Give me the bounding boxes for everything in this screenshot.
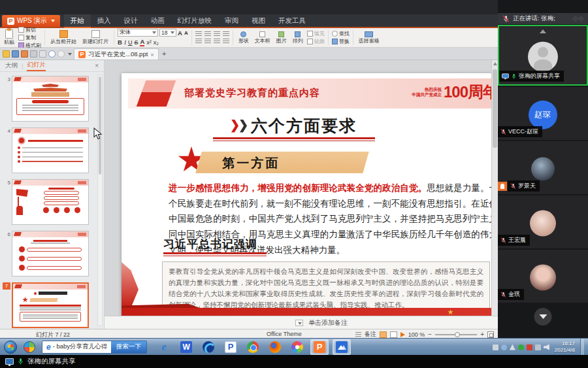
taskbar-search-widget[interactable]: e - baby分享育儿心得 搜索一下 <box>42 341 147 354</box>
cut-button[interactable]: 剪切 <box>18 26 41 33</box>
zoom-out-button[interactable]: − <box>428 332 432 337</box>
thumbnail-slide-6[interactable] <box>12 231 89 276</box>
search-button[interactable]: 搜索一下 <box>111 341 146 353</box>
picture-button[interactable]: 图片 <box>274 29 289 46</box>
chevron-down-icon[interactable] <box>68 53 72 56</box>
slide-sorter-button[interactable] <box>390 331 397 338</box>
textbox-button[interactable]: 文本框 <box>253 29 272 46</box>
arrange-button[interactable]: 排列 <box>291 29 305 46</box>
tab-outline[interactable]: 大纲 <box>5 61 18 70</box>
align-right-icon[interactable] <box>214 39 220 44</box>
zoom-in-button[interactable]: + <box>480 332 484 337</box>
participant-tile[interactable]: 罗景天 <box>498 141 588 194</box>
align-left-icon[interactable] <box>195 39 202 44</box>
taskbar-ie[interactable]: e <box>155 339 173 355</box>
tab-home[interactable]: 开始 <box>64 14 91 28</box>
subscript-button[interactable]: x₂ <box>154 39 159 46</box>
paste-button[interactable]: 粘贴 <box>2 29 16 46</box>
new-slide-button[interactable]: 新建幻灯片 <box>80 29 110 46</box>
thumbnail-scrollbar[interactable] <box>97 75 103 326</box>
participant-tile[interactable]: 赵琛 VECC-赵琛 <box>498 87 588 140</box>
scrollbar-thumb[interactable] <box>99 76 101 175</box>
tray-flag-red-icon[interactable] <box>527 344 532 350</box>
italic-button[interactable]: I <box>124 39 126 46</box>
thumbnail-slide-5[interactable] <box>12 179 89 225</box>
indent-decrease-icon[interactable] <box>214 31 220 37</box>
shrink-font-button[interactable]: A <box>184 30 188 36</box>
bullet-list-icon[interactable] <box>195 31 202 37</box>
tray-icon[interactable] <box>501 344 507 350</box>
start-button[interactable] <box>4 341 17 354</box>
wps-app-button[interactable]: P WPS 演示 <box>2 15 60 27</box>
play-from-current-button[interactable]: 从当前开始 <box>48 29 78 46</box>
tab-insert[interactable]: 插入 <box>91 14 118 27</box>
indent-increase-icon[interactable] <box>223 31 229 37</box>
font-name-select[interactable]: 宋体 <box>118 29 158 37</box>
zoom-slider[interactable] <box>435 334 477 335</box>
font-size-select[interactable]: 18 <box>159 29 176 37</box>
find-button[interactable]: 查找 <box>332 30 350 37</box>
participant-tile-share[interactable]: 张梅的屏幕共享 <box>498 25 588 86</box>
document-tab[interactable]: P 习近平在党史...08.ppt × <box>74 48 159 59</box>
tray-network-icon[interactable] <box>535 344 541 350</box>
new-document-tab-button[interactable]: + <box>162 50 166 58</box>
underline-button[interactable]: U <box>128 39 133 46</box>
taskbar-clock[interactable]: 16:17 2021/4/8 <box>555 341 575 354</box>
tab-devtools[interactable]: 开发工具 <box>272 14 312 27</box>
tab-slideshow[interactable]: 幻灯片放映 <box>171 14 219 27</box>
grow-font-button[interactable]: A <box>178 29 182 37</box>
align-center-icon[interactable] <box>204 39 211 44</box>
undo-icon[interactable] <box>48 50 56 58</box>
tray-up-icon[interactable] <box>510 344 515 350</box>
line-spacing-icon[interactable] <box>223 39 229 44</box>
notes-bar[interactable]: 单击添加备注 <box>105 316 498 329</box>
zoom-slider-knob[interactable] <box>455 332 460 337</box>
slide-canvas[interactable]: 部署党史学习教育的重点内容 热烈庆祝 中国共产党成立 100周年 六个方面要 <box>122 73 498 316</box>
participant-tile[interactable]: 王宏晨 <box>498 195 588 248</box>
outline-button[interactable]: 轮廓 <box>307 38 325 45</box>
export-icon[interactable] <box>21 50 28 58</box>
taskbar-wps-writer[interactable]: W <box>177 339 195 355</box>
slideshow-button[interactable] <box>400 332 405 337</box>
redo-icon[interactable] <box>57 50 65 58</box>
tab-view[interactable]: 视图 <box>245 14 272 27</box>
scroll-participants-down-button[interactable] <box>534 308 552 326</box>
superscript-button[interactable]: x² <box>146 39 152 46</box>
replace-button[interactable]: 替换 <box>332 38 350 45</box>
taskbar-chrome[interactable] <box>244 339 262 355</box>
fill-button[interactable]: 填充 <box>307 30 325 37</box>
selection-pane-button[interactable]: 选择窗格 <box>357 29 382 46</box>
print-preview-icon[interactable] <box>39 50 46 58</box>
editor-scrollbar[interactable] <box>491 60 498 316</box>
show-desktop-button[interactable] <box>580 339 584 356</box>
strikethrough-button[interactable]: S <box>134 39 138 46</box>
scrollbar-thumb[interactable] <box>493 69 497 148</box>
close-tab-button[interactable]: × <box>150 51 154 58</box>
open-icon[interactable] <box>3 50 10 58</box>
font-color-button[interactable]: A <box>140 38 144 46</box>
tray-volume-icon[interactable] <box>544 344 549 350</box>
fit-window-button[interactable] <box>487 331 494 338</box>
shapes-button[interactable]: 形状 <box>237 29 251 46</box>
collapse-notes-button[interactable] <box>295 320 303 326</box>
thumbnail-slide-4[interactable] <box>12 127 89 173</box>
scroll-up-icon[interactable] <box>493 62 497 65</box>
taskbar-search-field[interactable]: e - baby分享育儿心得 <box>42 341 111 353</box>
print-icon[interactable] <box>30 50 37 58</box>
security-app-icon[interactable] <box>24 341 35 353</box>
tray-icon[interactable] <box>493 344 498 350</box>
close-panel-button[interactable]: × <box>95 62 99 69</box>
collapse-up-icon[interactable] <box>540 29 546 33</box>
tab-design[interactable]: 设计 <box>118 14 144 27</box>
notes-icon[interactable] <box>355 332 361 337</box>
tray-shield-green-icon[interactable] <box>518 344 524 350</box>
taskbar-browser[interactable] <box>199 339 218 355</box>
save-icon[interactable] <box>12 50 19 58</box>
taskbar-meeting-app-active[interactable] <box>333 339 351 355</box>
tab-review[interactable]: 审阅 <box>218 14 245 27</box>
normal-view-button[interactable] <box>380 331 387 338</box>
thumbnail-slide-3[interactable] <box>12 76 89 122</box>
numbered-list-icon[interactable] <box>204 31 211 37</box>
bold-button[interactable]: B <box>118 39 122 46</box>
thumbnail-slide-7[interactable] <box>12 282 89 328</box>
